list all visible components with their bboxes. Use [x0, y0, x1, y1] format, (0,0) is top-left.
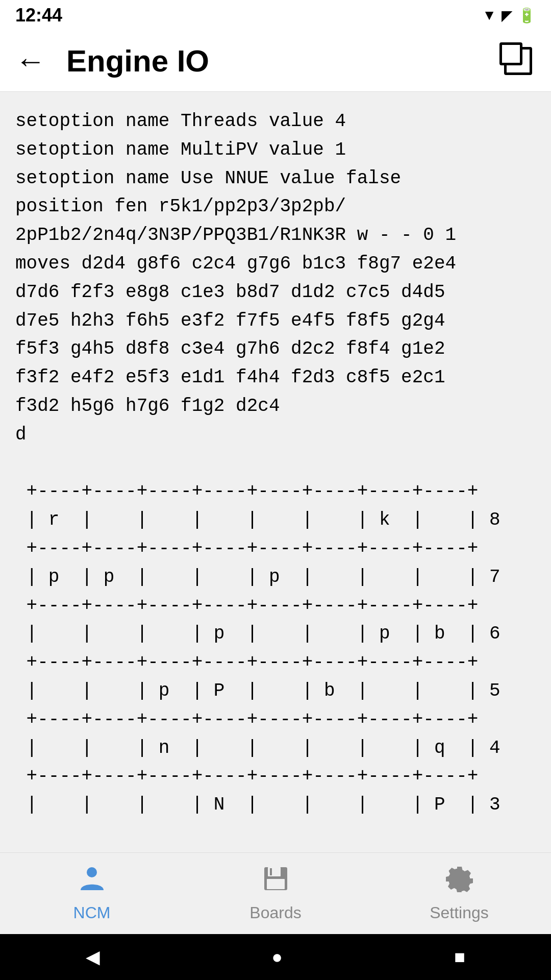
page-title: Engine IO — [66, 43, 500, 79]
android-recent-button[interactable]: ■ — [454, 946, 465, 968]
ncm-label: NCM — [73, 903, 111, 922]
signal-icon: ◤ — [502, 7, 513, 24]
bottom-nav: NCM Boards Settings — [0, 852, 551, 934]
engine-io-output: setoption name Threads value 4 setoption… — [15, 107, 536, 819]
battery-icon: 🔋 — [518, 7, 536, 24]
boards-label: Boards — [249, 903, 301, 922]
svg-rect-4 — [270, 868, 272, 875]
android-home-button[interactable]: ● — [271, 946, 283, 968]
status-icons: ▼ ◤ 🔋 — [482, 7, 536, 24]
settings-icon — [445, 865, 473, 899]
copy-button[interactable] — [500, 43, 536, 79]
svg-rect-2 — [268, 867, 281, 876]
status-bar: 12:44 ▼ ◤ 🔋 — [0, 0, 551, 31]
nav-item-ncm[interactable]: NCM — [41, 865, 143, 922]
svg-point-0 — [87, 867, 97, 877]
settings-label: Settings — [430, 903, 489, 922]
wifi-icon: ▼ — [482, 7, 496, 23]
nav-item-boards[interactable]: Boards — [224, 865, 327, 922]
main-content: setoption name Threads value 4 setoption… — [0, 92, 551, 852]
copy-icon — [504, 47, 532, 75]
boards-icon — [262, 865, 290, 899]
back-button[interactable]: ← — [15, 46, 46, 77]
android-back-button[interactable]: ◀ — [86, 946, 100, 968]
android-bar: ◀ ● ■ — [0, 934, 551, 980]
nav-item-settings[interactable]: Settings — [408, 865, 510, 922]
nav-bar: ← Engine IO — [0, 31, 551, 92]
copy-icon-inner — [499, 42, 522, 65]
ncm-icon — [78, 865, 106, 899]
svg-rect-3 — [267, 879, 285, 889]
status-time: 12:44 — [15, 5, 62, 26]
